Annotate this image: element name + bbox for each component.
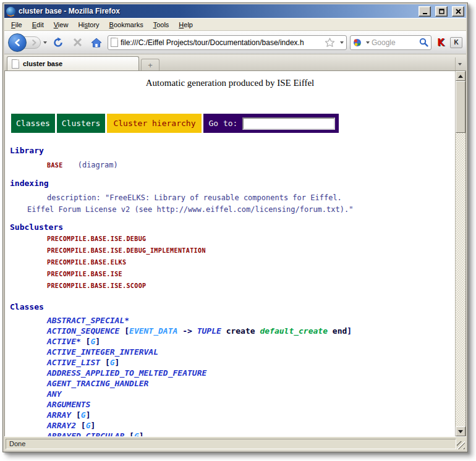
generic-parameter: G	[134, 431, 139, 436]
vertical-scrollbar[interactable]	[455, 71, 465, 436]
code-text: [	[119, 326, 129, 336]
library-header: Library	[5, 146, 455, 155]
code-text: ]	[139, 431, 144, 436]
search-magnifier-icon[interactable]	[419, 38, 428, 47]
subcluster-link[interactable]: PRECOMPILE.BASE.ISE	[5, 271, 455, 281]
generic-parameter: G	[110, 358, 115, 367]
class-row: ARRAYED_CIRCULAR [G]	[5, 431, 455, 436]
class-link[interactable]: ANY	[47, 389, 61, 399]
classes-button[interactable]: Classes	[11, 114, 55, 133]
page-favicon	[111, 38, 118, 47]
menu-history[interactable]: History	[73, 19, 104, 30]
cluster-hierarchy-button[interactable]: Cluster hierarchy	[107, 114, 202, 133]
status-text: Done	[6, 439, 456, 449]
generic-parameter: G	[81, 410, 86, 420]
search-input[interactable]	[372, 38, 417, 47]
indexing-description-line2: Eiffel Forum License v2 (see http://www.…	[5, 205, 455, 214]
scrollbar-thumb[interactable]	[456, 81, 465, 133]
code-text: [	[76, 421, 86, 430]
navigation-toolbar: K K	[4, 30, 466, 54]
resize-grip[interactable]	[457, 441, 465, 449]
class-row: ABSTRACT_SPECIAL*	[5, 316, 455, 326]
class-link[interactable]: ACTION_SEQUENCE	[47, 326, 119, 336]
scroll-down-button[interactable]	[456, 426, 465, 436]
maximize-button[interactable]	[435, 6, 448, 17]
code-text: ]	[347, 326, 352, 336]
class-row: ARRAY [G]	[5, 410, 455, 421]
library-base-link[interactable]: BASE	[47, 162, 63, 169]
class-link[interactable]: ARRAY2	[47, 421, 76, 430]
reload-button[interactable]	[50, 34, 66, 51]
goto-box: Go to:	[203, 114, 339, 133]
home-button[interactable]	[88, 34, 104, 51]
menu-bar-items: FileEditViewHistoryBookmarksToolsHelp	[6, 19, 198, 30]
kaspersky-icon[interactable]: K	[435, 37, 447, 48]
scrollbar-track[interactable]	[456, 133, 465, 426]
class-link[interactable]: ADDRESS_APPLIED_TO_MELTED_FEATURE	[47, 368, 206, 378]
back-history-dropdown-icon[interactable]	[43, 41, 47, 44]
new-tab-button[interactable]: +	[141, 59, 159, 70]
scroll-up-icon	[458, 75, 463, 78]
menu-bar: FileEditViewHistoryBookmarksToolsHelp	[4, 18, 466, 30]
menu-file[interactable]: File	[6, 19, 27, 30]
class-link[interactable]: ARGUMENTS	[47, 400, 90, 409]
k-extension-button[interactable]: K	[450, 37, 462, 48]
library-diagram-link[interactable]: (diagram)	[78, 161, 118, 169]
subclusters-header: Subclusters	[5, 222, 455, 232]
firefox-icon	[6, 7, 15, 16]
indexing-header: indexing	[5, 179, 455, 188]
menu-tools[interactable]: Tools	[148, 19, 174, 30]
clusters-button[interactable]: Clusters	[57, 114, 106, 133]
class-link[interactable]: ACTIVE_LIST	[47, 358, 100, 367]
search-box	[350, 35, 431, 50]
class-link[interactable]: AGENT_TRACING_HANDLER	[47, 379, 148, 388]
stop-button[interactable]	[69, 34, 85, 51]
menu-view[interactable]: View	[49, 19, 74, 30]
scroll-up-button[interactable]	[456, 71, 465, 81]
indexing-description-line1: description: "FreeELKS: Library of reusa…	[5, 193, 455, 202]
class-link[interactable]: TUPLE	[197, 326, 221, 336]
menu-bookmarks[interactable]: Bookmarks	[104, 19, 148, 30]
tab-list-dropdown-button[interactable]	[455, 57, 464, 70]
back-button[interactable]	[8, 33, 27, 52]
class-link[interactable]: ARRAYED_CIRCULAR	[47, 431, 124, 436]
code-text: [	[124, 431, 134, 436]
class-link[interactable]: ACTIVE*	[47, 337, 81, 346]
class-row: ADDRESS_APPLIED_TO_MELTED_FEATURE	[5, 368, 455, 379]
subcluster-link[interactable]: PRECOMPILE.BASE.ISE.DEBUG_IMPLEMENTATION	[5, 247, 455, 258]
code-text: ]	[95, 337, 100, 346]
code-text: end	[333, 326, 347, 336]
class-link[interactable]: ARRAY	[47, 410, 71, 420]
tab-favicon	[12, 59, 19, 69]
subcluster-link[interactable]: PRECOMPILE.BASE.ELKS	[5, 259, 455, 269]
code-text: ]	[115, 358, 120, 367]
class-link[interactable]: ABSTRACT_SPECIAL*	[47, 316, 129, 325]
class-row: ANY	[5, 389, 455, 400]
menu-help[interactable]: Help	[174, 19, 198, 30]
subcluster-link[interactable]: PRECOMPILE.BASE.ISE.SCOOP	[5, 282, 455, 293]
classes-header: Classes	[5, 302, 455, 311]
code-text: [	[71, 410, 81, 420]
tab-cluster-base[interactable]: cluster base	[7, 56, 139, 70]
window-title: cluster base - Mozilla Firefox	[19, 7, 414, 15]
minimize-button[interactable]	[419, 6, 431, 17]
url-dropdown-icon[interactable]	[340, 41, 344, 44]
content-area: Automatic generation produced by ISE Eif…	[4, 70, 466, 436]
class-link[interactable]: ACTIVE_INTEGER_INTERVAL	[47, 347, 158, 357]
class-row: ACTION_SEQUENCE [EVENT_DATA -> TUPLE cre…	[5, 326, 455, 337]
class-row: AGENT_TRACING_HANDLER	[5, 379, 455, 389]
close-button[interactable]	[452, 6, 464, 17]
google-logo-icon	[353, 38, 362, 47]
search-engine-dropdown-icon[interactable]	[366, 41, 370, 44]
doc-nav-buttons: Classes Clusters Cluster hierarchy Go to…	[11, 114, 455, 133]
goto-input[interactable]	[242, 117, 335, 130]
url-input[interactable]	[121, 38, 322, 47]
tab-bar: cluster base +	[4, 54, 466, 70]
menu-edit[interactable]: Edit	[27, 19, 49, 30]
bookmark-star-icon[interactable]	[325, 38, 335, 48]
code-text: [	[100, 358, 110, 367]
status-bar: Done	[4, 436, 466, 450]
classes-list: ABSTRACT_SPECIAL*ACTION_SEQUENCE [EVENT_…	[5, 316, 455, 436]
subcluster-link[interactable]: PRECOMPILE.BASE.ISE.DEBUG	[5, 235, 455, 246]
code-text	[221, 326, 226, 336]
